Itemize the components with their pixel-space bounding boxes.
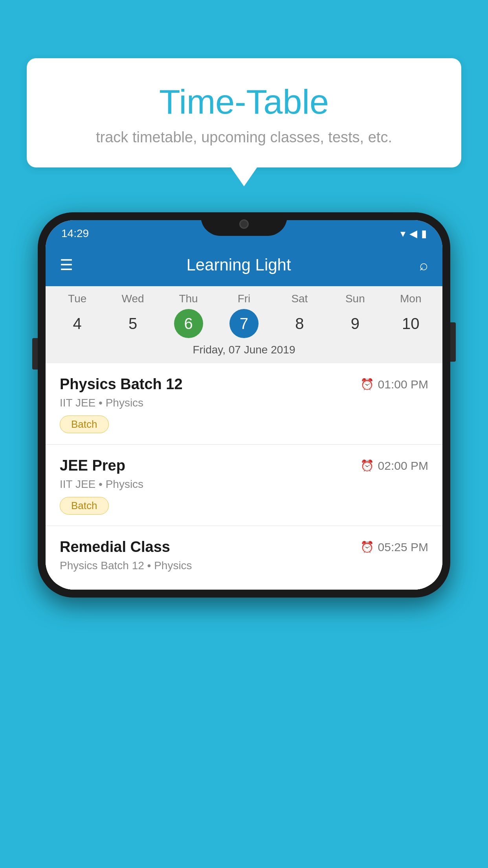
day-name: Wed: [122, 292, 144, 305]
phone-notch: [201, 212, 287, 236]
phone-outer: 14:29 ▾ ◀ ▮ ☰ Learning Light ⌕ Tue4Wed5T…: [38, 212, 450, 598]
day-name: Fri: [238, 292, 251, 305]
app-bar: ☰ Learning Light ⌕: [46, 244, 442, 286]
app-title: Learning Light: [86, 256, 392, 274]
day-number[interactable]: 7: [229, 309, 259, 338]
schedule-list: Physics Batch 12⏰01:00 PMIIT JEE • Physi…: [46, 363, 442, 590]
item-title: Remedial Class: [60, 539, 170, 555]
day-name: Thu: [179, 292, 198, 305]
batch-badge: Batch: [60, 497, 109, 515]
day-name: Mon: [400, 292, 421, 305]
day-col-sat[interactable]: Sat8: [274, 292, 325, 338]
selected-date-label: Friday, 07 June 2019: [46, 338, 442, 363]
day-number[interactable]: 9: [341, 309, 370, 338]
day-col-sun[interactable]: Sun9: [330, 292, 381, 338]
schedule-item-0[interactable]: Physics Batch 12⏰01:00 PMIIT JEE • Physi…: [46, 363, 442, 445]
item-time-text: 02:00 PM: [378, 459, 428, 473]
search-icon[interactable]: ⌕: [419, 257, 428, 274]
item-subtitle: IIT JEE • Physics: [60, 478, 428, 491]
day-col-tue[interactable]: Tue4: [52, 292, 103, 338]
day-col-fri[interactable]: Fri7: [218, 292, 270, 338]
day-col-wed[interactable]: Wed5: [107, 292, 158, 338]
day-number[interactable]: 6: [174, 309, 203, 338]
item-time-text: 05:25 PM: [378, 541, 428, 554]
battery-icon: ▮: [421, 228, 427, 240]
phone-mockup: 14:29 ▾ ◀ ▮ ☰ Learning Light ⌕ Tue4Wed5T…: [38, 212, 450, 598]
page-title: Time-Table: [42, 82, 446, 122]
item-subtitle: IIT JEE • Physics: [60, 397, 428, 409]
day-number[interactable]: 5: [118, 309, 147, 338]
schedule-item-1[interactable]: JEE Prep⏰02:00 PMIIT JEE • PhysicsBatch: [46, 445, 442, 526]
item-title: JEE Prep: [60, 457, 125, 474]
day-number[interactable]: 10: [396, 309, 425, 338]
day-name: Tue: [68, 292, 86, 305]
item-title: Physics Batch 12: [60, 376, 183, 393]
speech-bubble-container: Time-Table track timetable, upcoming cla…: [27, 58, 461, 167]
hamburger-icon[interactable]: ☰: [60, 256, 73, 274]
schedule-item-2[interactable]: Remedial Class⏰05:25 PMPhysics Batch 12 …: [46, 526, 442, 590]
batch-badge: Batch: [60, 416, 109, 433]
day-name: Sat: [291, 292, 308, 305]
day-col-mon[interactable]: Mon10: [385, 292, 436, 338]
phone-screen: 14:29 ▾ ◀ ▮ ☰ Learning Light ⌕ Tue4Wed5T…: [46, 220, 442, 590]
signal-icon: ◀: [409, 228, 417, 240]
day-col-thu[interactable]: Thu6: [163, 292, 214, 338]
day-number[interactable]: 4: [63, 309, 92, 338]
days-row: Tue4Wed5Thu6Fri7Sat8Sun9Mon10: [46, 292, 442, 338]
speech-bubble: Time-Table track timetable, upcoming cla…: [27, 58, 461, 167]
clock-icon: ⏰: [360, 541, 374, 554]
page-subtitle: track timetable, upcoming classes, tests…: [42, 129, 446, 146]
clock-icon: ⏰: [360, 459, 374, 472]
item-time-text: 01:00 PM: [378, 378, 428, 391]
front-camera: [239, 219, 249, 229]
clock-icon: ⏰: [360, 378, 374, 391]
day-number[interactable]: 8: [285, 309, 314, 338]
wifi-icon: ▾: [400, 228, 405, 240]
status-time: 14:29: [61, 227, 89, 240]
calendar-strip: Tue4Wed5Thu6Fri7Sat8Sun9Mon10 Friday, 07…: [46, 286, 442, 363]
item-subtitle: Physics Batch 12 • Physics: [60, 559, 428, 572]
status-icons: ▾ ◀ ▮: [400, 228, 427, 240]
day-name: Sun: [345, 292, 365, 305]
